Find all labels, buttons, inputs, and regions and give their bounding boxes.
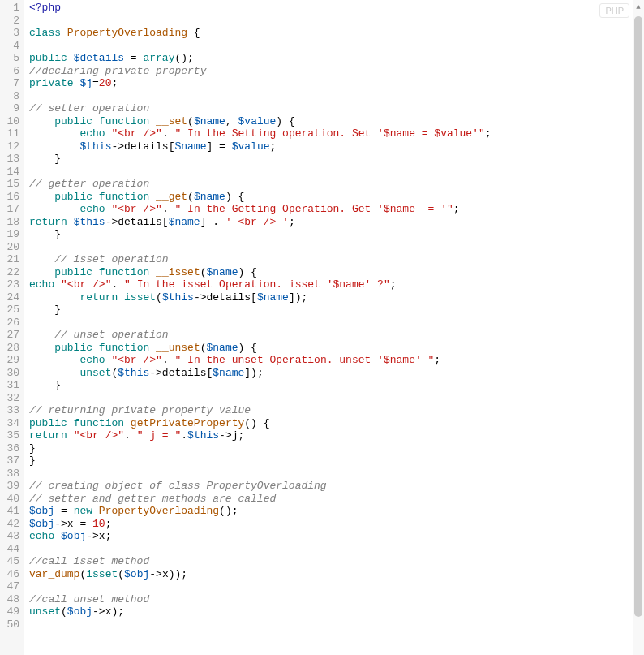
code-line[interactable] (29, 90, 644, 103)
code-line[interactable]: var_dump(isset($obj->x)); (29, 568, 644, 581)
code-token: "<br />" (74, 429, 124, 442)
code-token: " j = " (137, 429, 182, 442)
code-token: $this (162, 291, 194, 304)
code-line[interactable]: //declaring private property (29, 65, 644, 78)
code-line[interactable]: echo $obj->x; (29, 530, 644, 543)
code-token: ; (485, 127, 492, 140)
code-token: function (99, 115, 149, 127)
code-token: $name (169, 216, 200, 228)
code-line[interactable]: } (29, 455, 644, 468)
code-line[interactable] (29, 543, 644, 556)
code-token: " In the unset Operation. unset '$name' … (174, 354, 434, 366)
code-line[interactable]: } (29, 228, 644, 241)
code-token: ; (434, 354, 440, 366)
code-line[interactable]: // isset operation (29, 253, 644, 266)
code-line[interactable]: return $this->details[$name] . ' <br /> … (29, 216, 644, 229)
code-line[interactable]: $obj->x = 10; (29, 518, 644, 531)
code-line[interactable]: private $j=20; (29, 77, 644, 90)
code-token: unset (79, 367, 111, 379)
code-line[interactable]: echo "<br />". " In the Setting operatio… (29, 127, 644, 140)
code-line[interactable]: } (29, 304, 644, 317)
code-line[interactable]: // setter operation (29, 102, 644, 115)
code-token: $name (213, 367, 244, 379)
code-token: ->details[ (149, 367, 213, 379)
code-token: //declaring private property (29, 65, 206, 77)
code-token: ] . (200, 216, 225, 228)
code-editor[interactable]: 1234567891011121314151617181920212223242… (0, 0, 644, 655)
code-line[interactable]: return isset($this->details[$name]); (29, 291, 644, 304)
code-line[interactable]: } (29, 379, 644, 392)
code-line[interactable]: unset($this->details[$name]); (29, 367, 644, 380)
code-token: $value (238, 115, 277, 127)
code-line[interactable]: //call isset method (29, 555, 644, 568)
code-token: "<br />" (111, 203, 161, 215)
code-line[interactable] (29, 40, 644, 53)
code-line[interactable]: // unset operation (29, 329, 644, 342)
code-line[interactable]: public function __isset($name) { (29, 266, 644, 279)
code-line[interactable]: <?php (29, 2, 644, 15)
scroll-thumb[interactable] (634, 16, 642, 617)
code-token: , (225, 115, 238, 127)
language-badge: PHP (599, 3, 629, 18)
code-line[interactable] (29, 166, 644, 179)
line-number: 41 (3, 505, 19, 518)
code-token (92, 191, 99, 203)
code-line[interactable] (29, 241, 644, 254)
code-token: ; (270, 140, 277, 153)
line-number: 1 (3, 2, 19, 15)
code-line[interactable]: class PropertyOverloading { (29, 27, 644, 40)
code-line[interactable] (29, 618, 644, 631)
code-line[interactable]: echo "<br />". " In the Getting Operatio… (29, 203, 644, 216)
code-token (29, 291, 79, 304)
code-token: = (124, 52, 143, 64)
code-token: ' <br /> ' (225, 216, 289, 228)
code-line[interactable]: // getter operation (29, 178, 644, 191)
line-number-gutter: 1234567891011121314151617181920212223242… (0, 0, 24, 655)
code-line[interactable]: // returning private property value (29, 404, 644, 417)
code-line[interactable]: unset($obj->x); (29, 605, 644, 618)
code-line[interactable]: // setter and getter methods are called (29, 493, 644, 506)
code-line[interactable]: echo "<br />". " In the unset Operation.… (29, 354, 644, 367)
code-token: $this (74, 216, 105, 228)
code-token: echo (79, 127, 105, 140)
code-area[interactable]: <?phpclass PropertyOverloading {public $… (24, 0, 644, 655)
line-number: 15 (3, 178, 19, 191)
line-number: 37 (3, 455, 19, 468)
code-token: $this (79, 140, 111, 153)
code-line[interactable]: public function __set($name, $value) { (29, 115, 644, 128)
line-number: 5 (3, 52, 19, 65)
code-token: . (181, 429, 187, 442)
code-line[interactable]: $obj = new PropertyOverloading(); (29, 505, 644, 518)
code-line[interactable]: echo "<br />". " In the isset Operation.… (29, 278, 644, 291)
line-number: 46 (3, 568, 19, 581)
code-line[interactable]: } (29, 153, 644, 166)
code-line[interactable] (29, 15, 644, 28)
code-line[interactable] (29, 580, 644, 593)
line-number: 32 (3, 392, 19, 405)
code-line[interactable]: //call unset method (29, 593, 644, 606)
code-line[interactable]: // creating object of class PropertyOver… (29, 480, 644, 493)
code-token: (); (174, 52, 193, 64)
code-token: ; (111, 77, 118, 89)
code-line[interactable] (29, 317, 644, 330)
code-line[interactable]: $this->details[$name] = $value; (29, 140, 644, 153)
code-token (92, 115, 99, 127)
code-line[interactable] (29, 468, 644, 480)
code-line[interactable] (29, 392, 644, 405)
vertical-scrollbar[interactable]: ▲ (633, 0, 644, 655)
code-line[interactable]: public function getPrivateProperty() { (29, 417, 644, 430)
code-line[interactable]: public function __get($name) { (29, 191, 644, 204)
code-token: 10 (92, 518, 105, 530)
line-number: 31 (3, 379, 19, 392)
code-token (124, 417, 131, 429)
code-token: } (29, 379, 61, 391)
code-line[interactable]: public function __unset($name) { (29, 342, 644, 355)
code-line[interactable]: return "<br />". " j = ".$this->j; (29, 429, 644, 442)
line-number: 16 (3, 191, 19, 204)
code-line[interactable]: } (29, 442, 644, 455)
line-number: 10 (3, 115, 19, 128)
code-token: echo (79, 354, 105, 366)
code-line[interactable]: public $details = array(); (29, 52, 644, 65)
scroll-up-icon[interactable]: ▲ (633, 2, 644, 13)
code-token: . (111, 278, 124, 291)
